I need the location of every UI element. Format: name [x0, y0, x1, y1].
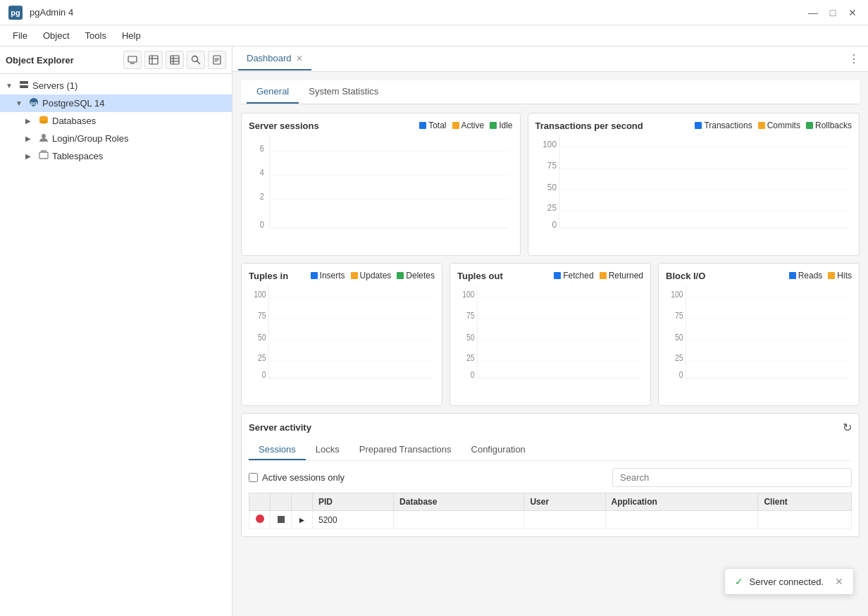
server-activity-card: Server activity ↻ Sessions Locks Prepare…: [241, 413, 860, 537]
script-toolbar-btn[interactable]: [208, 51, 226, 69]
tree-databases[interactable]: ▶ Databases: [0, 112, 232, 130]
menu-help[interactable]: Help: [115, 27, 148, 44]
roles-label: Login/Group Roles: [52, 133, 128, 144]
deletes-color: [397, 272, 404, 279]
activity-tab-bar: Sessions Locks Prepared Transactions Con…: [249, 440, 852, 461]
servers-icon: [18, 79, 30, 92]
tuples-out-card: Tuples out Fetched Returned: [450, 263, 651, 406]
total-label: Total: [428, 121, 446, 130]
more-tabs-button[interactable]: ⋮: [845, 49, 862, 68]
tuples-in-title: Tuples in: [249, 271, 288, 281]
tree-postgresql14[interactable]: ▼ pg PostgreSQL 14: [0, 94, 232, 112]
dashboard-tab-close[interactable]: ✕: [296, 54, 303, 63]
legend-transactions: Transactions: [695, 121, 752, 130]
svg-point-21: [39, 121, 48, 124]
roles-icon: [38, 132, 49, 145]
updates-label: Updates: [360, 271, 392, 281]
idle-label: Idle: [499, 121, 512, 130]
svg-text:75: 75: [675, 311, 683, 320]
svg-text:50: 50: [547, 182, 556, 192]
svg-text:pg: pg: [30, 100, 37, 106]
idle-color: [490, 122, 497, 129]
svg-text:0: 0: [552, 220, 557, 230]
search-box: [612, 468, 852, 487]
tree-tablespaces[interactable]: ▶ Tablespaces: [0, 147, 232, 165]
search-toolbar-btn[interactable]: [187, 51, 205, 69]
legend-idle: Idle: [490, 121, 512, 130]
tablespaces-chevron: ▶: [25, 152, 35, 160]
view-toolbar-btn[interactable]: [166, 51, 184, 69]
charts-row-top: Server sessions Total Active: [241, 113, 860, 256]
returned-label: Returned: [609, 271, 643, 281]
left-panel: Object Explorer ▼: [0, 47, 232, 616]
svg-text:100: 100: [462, 290, 474, 299]
svg-text:0: 0: [471, 371, 475, 380]
minimize-button[interactable]: —: [806, 6, 820, 20]
table-toolbar-btn[interactable]: [144, 51, 163, 69]
row-detail-button[interactable]: ►: [292, 511, 313, 529]
pg14-label: PostgreSQL 14: [42, 98, 104, 109]
activity-toolbar: Active sessions only: [249, 468, 852, 487]
transactions-chart: 100 75 50 25 0: [535, 135, 852, 248]
object-explorer-toolbar: Object Explorer: [0, 47, 232, 74]
svg-text:50: 50: [258, 333, 266, 342]
menu-object[interactable]: Object: [36, 27, 77, 44]
reads-label: Reads: [798, 271, 823, 281]
active-sessions-checkbox[interactable]: Active sessions only: [249, 472, 345, 483]
server-toolbar-btn[interactable]: [123, 51, 142, 69]
svg-text:0: 0: [260, 220, 264, 230]
legend-active: Active: [452, 121, 485, 130]
svg-rect-2: [149, 56, 158, 64]
tuples-in-header: Tuples in Inserts Updates: [249, 271, 435, 281]
deletes-label: Deletes: [406, 271, 435, 281]
search-input[interactable]: [612, 468, 852, 487]
app-title: pgAdmin 4: [30, 7, 799, 18]
svg-text:25: 25: [466, 354, 475, 363]
server-activity-header: Server activity ↻: [249, 421, 852, 434]
tree-servers[interactable]: ▼ Servers (1): [0, 77, 232, 94]
tuples-in-legend: Inserts Updates Deletes: [311, 271, 435, 281]
sub-tab-system-statistics[interactable]: System Statistics: [299, 80, 388, 104]
rollbacks-color: [806, 122, 813, 129]
svg-line-10: [197, 61, 201, 65]
tuples-out-header: Tuples out Fetched Returned: [457, 271, 643, 281]
row-stop-button[interactable]: [271, 511, 292, 529]
block-io-title: Block I/O: [666, 271, 705, 281]
svg-text:6: 6: [260, 143, 264, 153]
active-label: Active: [461, 121, 485, 130]
activity-tab-locks[interactable]: Locks: [306, 440, 349, 460]
server-activity-title: Server activity: [249, 422, 843, 433]
menubar: File Object Tools Help: [0, 25, 868, 47]
tuples-out-title: Tuples out: [457, 271, 503, 281]
col-user: User: [524, 493, 605, 511]
object-explorer-title: Object Explorer: [6, 55, 120, 66]
tree-login-roles[interactable]: ▶ Login/Group Roles: [0, 130, 232, 147]
toast-close-button[interactable]: ✕: [835, 576, 843, 587]
svg-text:50: 50: [675, 333, 683, 342]
svg-text:2: 2: [260, 192, 264, 202]
commits-color: [758, 122, 765, 129]
legend-returned: Returned: [600, 271, 643, 281]
menu-tools[interactable]: Tools: [78, 27, 113, 44]
server-sessions-legend: Total Active Idle: [419, 121, 512, 130]
databases-label: Databases: [52, 116, 96, 126]
row-database: [394, 511, 524, 529]
refresh-button[interactable]: ↻: [843, 421, 852, 434]
charts-row-middle: Tuples in Inserts Updates: [241, 263, 860, 406]
close-button[interactable]: ✕: [845, 6, 860, 20]
legend-rollbacks: Rollbacks: [806, 121, 852, 130]
servers-label: Servers (1): [32, 80, 78, 91]
col-pid: PID: [313, 493, 394, 511]
activity-tab-prepared-transactions[interactable]: Prepared Transactions: [349, 440, 461, 460]
active-sessions-input[interactable]: [249, 473, 258, 482]
dashboard-tab[interactable]: Dashboard ✕: [238, 47, 311, 70]
active-color: [452, 122, 459, 129]
sub-tab-general[interactable]: General: [247, 80, 299, 104]
tuples-out-legend: Fetched Returned: [554, 271, 643, 281]
activity-tab-sessions[interactable]: Sessions: [249, 440, 306, 460]
block-io-header: Block I/O Reads Hits: [666, 271, 852, 281]
menu-file[interactable]: File: [6, 27, 35, 44]
maximize-button[interactable]: □: [826, 6, 840, 20]
legend-deletes: Deletes: [397, 271, 435, 281]
activity-tab-configuration[interactable]: Configuration: [461, 440, 535, 460]
